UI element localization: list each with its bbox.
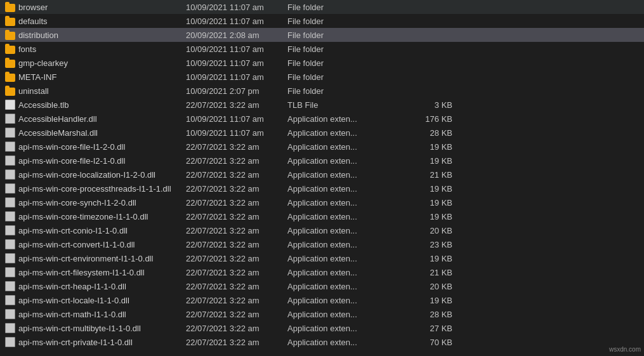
file-date-cell: 22/07/2021 3:22 am [186,268,287,277]
dll-icon [5,253,15,263]
file-size-cell: 20 KB [402,226,452,235]
filename-label: api-ms-win-core-synch-I1-2-0.dll [18,198,136,208]
file-size-cell: 19 KB [402,142,452,152]
file-type-cell: File folder [287,58,402,68]
filename-label: gmp-clearkey [18,58,68,68]
file-row[interactable]: browser10/09/2021 11:07 amFile folder [0,0,644,14]
file-row[interactable]: api-ms-win-core-localization-I1-2-0.dll2… [0,168,644,181]
file-row[interactable]: api-ms-win-crt-conio-I1-1-0.dll22/07/202… [0,223,644,237]
file-type-cell: TLB File [287,100,402,110]
file-date-cell: 22/07/2021 3:22 am [186,310,287,319]
file-row[interactable]: api-ms-win-core-timezone-I1-1-0.dll22/07… [0,209,644,223]
file-type-cell: File folder [287,72,402,82]
file-name-cell: api-ms-win-core-synch-I1-2-0.dll [5,197,186,208]
file-name-cell: api-ms-win-core-file-I1-2-0.dll [5,142,186,152]
file-size-cell: 70 KB [402,338,452,347]
filename-label: api-ms-win-crt-heap-I1-1-0.dll [18,282,126,291]
filename-label: api-ms-win-core-timezone-I1-1-0.dll [18,212,148,221]
file-row[interactable]: defaults10/09/2021 11:07 amFile folder [0,14,644,28]
file-row[interactable]: api-ms-win-crt-heap-I1-1-0.dll22/07/2021… [0,279,644,293]
file-date-cell: 10/09/2021 11:07 am [186,72,287,82]
filename-label: api-ms-win-crt-conio-I1-1-0.dll [18,226,128,235]
file-type-cell: Application exten... [287,282,402,291]
file-type-cell: Application exten... [287,142,402,152]
dll-icon [5,281,15,291]
file-size-cell: 19 KB [402,156,452,166]
file-name-cell: AccessibleHandler.dll [5,114,186,124]
file-name-cell: defaults [5,16,186,26]
dll-icon [5,225,15,235]
file-row[interactable]: fonts10/09/2021 11:07 amFile folder [0,42,644,56]
file-name-cell: api-ms-win-crt-filesystem-I1-1-0.dll [5,267,186,277]
file-row[interactable]: api-ms-win-crt-environment-I1-1-0.dll22/… [0,251,644,265]
file-size-cell: 19 KB [402,296,452,305]
filename-label: AccessibleMarshal.dll [18,128,98,138]
file-date-cell: 22/07/2021 3:22 am [186,254,287,263]
file-row[interactable]: api-ms-win-crt-convert-I1-1-0.dll22/07/2… [0,237,644,251]
file-row[interactable]: uninstall10/09/2021 2:07 pmFile folder [0,84,644,98]
file-name-cell: Accessible.tlb [5,100,186,110]
file-row[interactable]: AccessibleHandler.dll10/09/2021 11:07 am… [0,112,644,126]
file-row[interactable]: gmp-clearkey10/09/2021 11:07 amFile fold… [0,56,644,70]
file-row[interactable]: api-ms-win-core-processthreads-I1-1-1.dl… [0,181,644,195]
file-date-cell: 22/07/2021 3:22 am [186,100,287,110]
filename-label: Accessible.tlb [18,100,69,110]
file-row[interactable]: api-ms-win-core-synch-I1-2-0.dll22/07/20… [0,195,644,209]
folder-icon [5,86,15,96]
file-row[interactable]: distribution20/09/2021 2:08 amFile folde… [0,28,644,42]
dll-icon [5,309,15,319]
file-date-cell: 10/09/2021 11:07 am [186,128,287,138]
file-size-cell: 21 KB [402,268,452,277]
file-name-cell: api-ms-win-crt-multibyte-I1-1-0.dll [5,323,186,333]
folder-icon [5,16,15,26]
dll-icon [5,183,15,194]
folder-icon [5,2,15,12]
file-name-cell: api-ms-win-crt-math-I1-1-0.dll [5,309,186,319]
file-type-cell: Application exten... [287,324,402,333]
file-type-cell: Application exten... [287,240,402,249]
file-row[interactable]: META-INF10/09/2021 11:07 amFile folder [0,70,644,84]
file-row[interactable]: AccessibleMarshal.dll10/09/2021 11:07 am… [0,126,644,140]
file-row[interactable]: api-ms-win-crt-locale-I1-1-0.dll22/07/20… [0,293,644,307]
file-row[interactable]: api-ms-win-crt-private-I1-1-0.dll22/07/2… [0,335,644,349]
file-date-cell: 10/09/2021 11:07 am [186,16,287,26]
file-type-cell: Application exten... [287,170,402,180]
file-list: browser10/09/2021 11:07 amFile folderdef… [0,0,644,349]
file-size-cell: 19 KB [402,198,452,208]
filename-label: api-ms-win-crt-locale-I1-1-0.dll [18,296,129,305]
file-row[interactable]: api-ms-win-core-file-I2-1-0.dll22/07/202… [0,154,644,168]
file-name-cell: distribution [5,30,186,40]
file-size-cell: 19 KB [402,254,452,263]
file-type-cell: File folder [287,16,402,26]
filename-label: api-ms-win-crt-private-I1-1-0.dll [18,338,133,347]
file-name-cell: api-ms-win-crt-environment-I1-1-0.dll [5,253,186,263]
file-row[interactable]: Accessible.tlb22/07/2021 3:22 amTLB File… [0,98,644,112]
file-size-cell: 19 KB [402,212,452,221]
file-size-cell: 20 KB [402,282,452,291]
file-explorer: browser10/09/2021 11:07 amFile folderdef… [0,0,644,356]
filename-label: META-INF [18,72,56,82]
file-row[interactable]: api-ms-win-crt-filesystem-I1-1-0.dll22/0… [0,265,644,279]
file-name-cell: api-ms-win-core-file-I2-1-0.dll [5,155,186,166]
file-name-cell: api-ms-win-crt-heap-I1-1-0.dll [5,281,186,291]
folder-icon [5,58,15,68]
file-date-cell: 10/09/2021 2:07 pm [186,86,287,96]
filename-label: fonts [18,44,36,54]
file-name-cell: api-ms-win-crt-conio-I1-1-0.dll [5,225,186,235]
file-type-cell: Application exten... [287,254,402,263]
file-row[interactable]: api-ms-win-core-file-I1-2-0.dll22/07/202… [0,140,644,154]
file-row[interactable]: api-ms-win-crt-math-I1-1-0.dll22/07/2021… [0,307,644,321]
filename-label: AccessibleHandler.dll [18,114,97,124]
filename-label: api-ms-win-core-file-I2-1-0.dll [18,156,125,166]
file-date-cell: 10/09/2021 11:07 am [186,58,287,68]
dll-icon [5,114,15,124]
file-name-cell: api-ms-win-crt-convert-I1-1-0.dll [5,239,186,249]
file-date-cell: 20/09/2021 2:08 am [186,30,287,40]
filename-label: uninstall [18,86,49,96]
filename-label: api-ms-win-core-localization-I1-2-0.dll [18,170,155,180]
dll-icon [5,295,15,305]
file-name-cell: api-ms-win-core-localization-I1-2-0.dll [5,169,186,180]
file-size-cell: 19 KB [402,184,452,194]
file-row[interactable]: api-ms-win-crt-multibyte-I1-1-0.dll22/07… [0,321,644,335]
filename-label: api-ms-win-crt-filesystem-I1-1-0.dll [18,268,145,277]
